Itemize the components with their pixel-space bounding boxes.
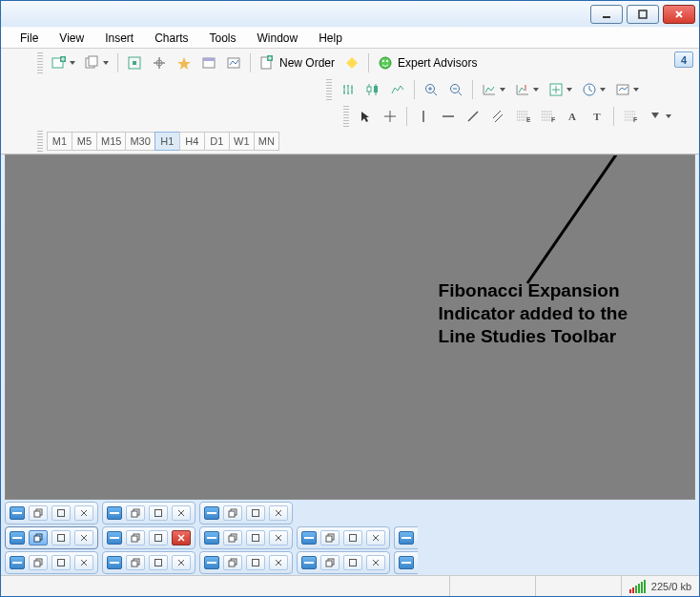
timeframe-mn[interactable]: MN bbox=[254, 132, 279, 151]
chart-window-tab[interactable] bbox=[394, 526, 418, 549]
auto-scroll-button[interactable] bbox=[478, 78, 509, 101]
tab-maximize-button[interactable] bbox=[343, 530, 362, 546]
indicators-button[interactable] bbox=[545, 78, 576, 101]
chart-window-tab-active[interactable] bbox=[5, 526, 98, 549]
tab-close-button[interactable] bbox=[172, 505, 191, 521]
tab-restore-button[interactable] bbox=[223, 530, 242, 546]
cursor-button[interactable] bbox=[354, 105, 377, 128]
chart-window-tab[interactable] bbox=[102, 551, 196, 574]
status-connection[interactable]: 225/0 kb bbox=[621, 576, 699, 596]
chart-window-tab[interactable] bbox=[5, 551, 98, 574]
fibonacci-fan-button[interactable]: F bbox=[536, 105, 559, 128]
new-order-button[interactable]: New Order bbox=[256, 51, 339, 74]
tab-restore-button[interactable] bbox=[320, 555, 340, 570]
minimize-button[interactable] bbox=[590, 5, 623, 24]
toolbar-grip[interactable] bbox=[326, 79, 332, 100]
timeframe-h4[interactable]: H4 bbox=[179, 132, 204, 151]
menu-file[interactable]: File bbox=[10, 29, 48, 48]
chart-window-tab[interactable] bbox=[5, 502, 98, 525]
chart-window-tab[interactable] bbox=[297, 551, 390, 574]
tab-maximize-button[interactable] bbox=[246, 505, 265, 521]
profiles-button[interactable] bbox=[81, 51, 113, 74]
chart-window-tab[interactable] bbox=[102, 502, 196, 525]
terminal-button[interactable] bbox=[197, 51, 220, 74]
timeframe-m1[interactable]: M1 bbox=[47, 132, 72, 151]
tab-maximize-button[interactable] bbox=[149, 505, 168, 521]
zoom-in-button[interactable] bbox=[420, 78, 443, 101]
toolbar-grip[interactable] bbox=[37, 131, 43, 152]
chart-shift-button[interactable] bbox=[511, 78, 543, 101]
templates-button[interactable] bbox=[611, 78, 643, 101]
tab-maximize-button[interactable] bbox=[343, 555, 362, 570]
tab-restore-button[interactable] bbox=[126, 530, 145, 546]
close-button[interactable] bbox=[663, 5, 695, 24]
tab-maximize-button[interactable] bbox=[149, 555, 168, 570]
tab-close-button[interactable] bbox=[172, 555, 191, 570]
tab-close-button[interactable] bbox=[269, 555, 288, 570]
tab-restore-button[interactable] bbox=[29, 555, 48, 570]
tab-restore-button[interactable] bbox=[223, 505, 242, 521]
strategy-tester-button[interactable] bbox=[222, 51, 245, 74]
vertical-line-button[interactable] bbox=[412, 105, 435, 128]
zoom-out-button[interactable] bbox=[444, 78, 467, 101]
bar-chart-button[interactable] bbox=[337, 78, 360, 101]
navigator-button[interactable] bbox=[148, 51, 171, 74]
tab-close-button[interactable] bbox=[74, 505, 93, 521]
tab-close-button[interactable] bbox=[366, 555, 385, 570]
tab-restore-button[interactable] bbox=[126, 555, 145, 570]
tab-close-button[interactable] bbox=[172, 530, 191, 546]
menu-view[interactable]: View bbox=[50, 29, 93, 48]
new-chart-button[interactable] bbox=[48, 51, 79, 74]
metaquotes-button[interactable] bbox=[340, 51, 363, 74]
crosshair-button[interactable] bbox=[379, 105, 401, 128]
tab-maximize-button[interactable] bbox=[51, 505, 71, 521]
maximize-button[interactable] bbox=[627, 5, 659, 24]
chart-area[interactable]: Fibonacci Expansion Indicator added to t… bbox=[5, 154, 695, 500]
timeframe-m30[interactable]: M30 bbox=[125, 132, 154, 151]
tab-restore-button[interactable] bbox=[320, 530, 340, 546]
tab-maximize-button[interactable] bbox=[149, 530, 168, 546]
trendline-button[interactable] bbox=[462, 105, 484, 128]
chart-window-tab[interactable] bbox=[199, 526, 293, 549]
tab-maximize-button[interactable] bbox=[51, 555, 71, 570]
toolbar-grip[interactable] bbox=[343, 106, 349, 127]
tab-close-button[interactable] bbox=[269, 530, 288, 546]
line-chart-button[interactable] bbox=[386, 78, 409, 101]
tab-close-button[interactable] bbox=[269, 505, 288, 521]
tab-close-button[interactable] bbox=[74, 530, 93, 546]
menu-tools[interactable]: Tools bbox=[200, 29, 246, 48]
chart-window-tab[interactable] bbox=[199, 551, 293, 574]
equidistant-channel-button[interactable] bbox=[486, 105, 509, 128]
fibonacci-retracement-button[interactable]: E bbox=[511, 105, 534, 128]
chart-window-tab[interactable] bbox=[102, 526, 196, 549]
timeframe-m5[interactable]: M5 bbox=[72, 132, 96, 151]
arrows-button[interactable] bbox=[644, 105, 675, 128]
tab-close-button[interactable] bbox=[74, 555, 93, 570]
menu-insert[interactable]: Insert bbox=[95, 29, 143, 48]
expert-advisors-button[interactable]: Expert Advisors bbox=[374, 51, 481, 74]
tab-restore-button[interactable] bbox=[126, 505, 145, 521]
tab-restore-button[interactable] bbox=[29, 530, 48, 546]
timeframe-w1[interactable]: W1 bbox=[229, 132, 254, 151]
chart-window-tab[interactable] bbox=[199, 502, 293, 525]
fibonacci-expansion-button[interactable]: F bbox=[619, 105, 642, 128]
horizontal-line-button[interactable] bbox=[437, 105, 460, 128]
timeframe-h1[interactable]: H1 bbox=[154, 132, 179, 151]
tab-maximize-button[interactable] bbox=[246, 555, 265, 570]
data-window-button[interactable] bbox=[173, 51, 196, 74]
candlestick-button[interactable] bbox=[361, 78, 384, 101]
market-watch-button[interactable] bbox=[123, 51, 146, 74]
text-button[interactable]: A bbox=[561, 105, 584, 128]
timeframe-m15[interactable]: M15 bbox=[96, 132, 125, 151]
periodicity-button[interactable] bbox=[578, 78, 609, 101]
alerts-badge[interactable]: 4 bbox=[674, 51, 693, 68]
tab-maximize-button[interactable] bbox=[51, 530, 71, 546]
tab-restore-button[interactable] bbox=[223, 555, 242, 570]
text-label-button[interactable]: T bbox=[586, 105, 608, 128]
tab-restore-button[interactable] bbox=[29, 505, 48, 521]
menu-window[interactable]: Window bbox=[248, 29, 308, 48]
chart-window-tab[interactable] bbox=[394, 551, 418, 574]
timeframe-d1[interactable]: D1 bbox=[204, 132, 229, 151]
menu-charts[interactable]: Charts bbox=[145, 29, 197, 48]
menu-help[interactable]: Help bbox=[309, 29, 352, 48]
